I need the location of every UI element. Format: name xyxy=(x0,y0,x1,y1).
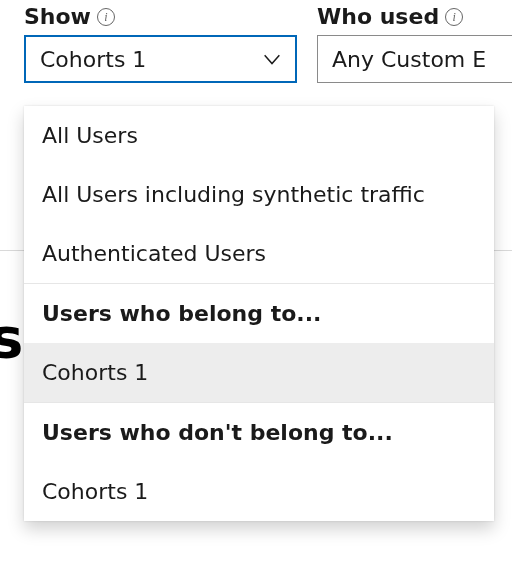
background-heading-fragment: s xyxy=(0,305,23,370)
show-label: Show xyxy=(24,4,91,29)
show-dropdown-list[interactable]: All UsersAll Users including synthetic t… xyxy=(24,106,494,521)
info-icon[interactable]: i xyxy=(445,8,463,26)
dropdown-option[interactable]: All Users including synthetic traffic xyxy=(24,165,494,224)
show-dropdown[interactable]: Cohorts 1 xyxy=(24,35,297,83)
dropdown-option[interactable]: All Users xyxy=(24,106,494,165)
dropdown-group-header: Users who don't belong to... xyxy=(24,402,494,462)
show-dropdown-value: Cohorts 1 xyxy=(40,47,261,72)
dropdown-option[interactable]: Cohorts 1 xyxy=(24,343,494,402)
who-used-dropdown[interactable]: Any Custom E xyxy=(317,35,512,83)
dropdown-option[interactable]: Authenticated Users xyxy=(24,224,494,283)
dropdown-option[interactable]: Cohorts 1 xyxy=(24,462,494,521)
info-icon[interactable]: i xyxy=(97,8,115,26)
who-used-label: Who used xyxy=(317,4,439,29)
chevron-down-icon xyxy=(261,48,283,70)
who-used-dropdown-value: Any Custom E xyxy=(332,47,504,72)
dropdown-group-header: Users who belong to... xyxy=(24,283,494,343)
